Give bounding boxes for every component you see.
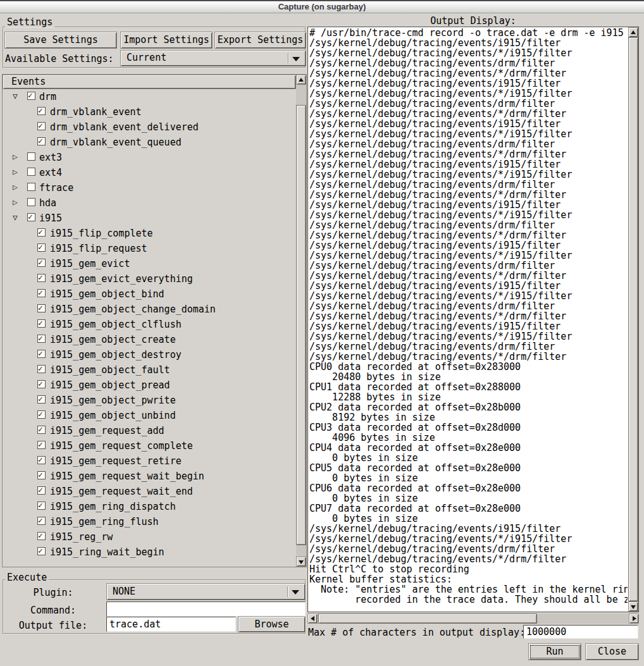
tree-item-label[interactable]: ext3 bbox=[39, 152, 62, 163]
events-vscrollbar[interactable] bbox=[296, 75, 306, 567]
tree-row[interactable]: ✓i915_gem_request_complete bbox=[3, 438, 296, 453]
tree-row[interactable]: ✓i915_gem_object_create bbox=[3, 332, 296, 347]
checkbox-checked[interactable]: ✓ bbox=[37, 395, 46, 404]
tree-row[interactable]: ✓i915_gem_evict bbox=[3, 256, 296, 271]
events-vscrollbar-thumb[interactable] bbox=[296, 105, 306, 545]
export-settings-button[interactable]: Export Settings bbox=[214, 32, 306, 49]
checkbox-checked[interactable]: ✓ bbox=[37, 107, 46, 115]
tree-item-label[interactable]: i915_flip_complete bbox=[50, 228, 153, 239]
checkbox-checked[interactable]: ✓ bbox=[37, 532, 46, 540]
tree-item-label[interactable]: i915_reg_rw bbox=[50, 531, 113, 543]
tree-row[interactable]: ▷hda bbox=[3, 195, 296, 211]
checkbox-checked[interactable]: ✓ bbox=[37, 426, 46, 434]
tree-item-label[interactable]: i915_gem_ring_dispatch bbox=[50, 501, 176, 512]
available-settings-combo[interactable]: Current bbox=[120, 50, 306, 66]
checkbox-unchecked[interactable] bbox=[27, 183, 35, 191]
tree-item-label[interactable]: i915_gem_object_pread bbox=[50, 379, 170, 391]
output-vscrollbar[interactable] bbox=[628, 27, 638, 612]
tree-item-label[interactable]: i915_gem_evict_everything bbox=[50, 273, 193, 285]
events-column-header[interactable]: Events bbox=[3, 75, 296, 89]
tree-row[interactable]: ▷ext4 bbox=[3, 165, 296, 180]
tree-item-label[interactable]: drm_vblank_event_delivered bbox=[50, 121, 199, 133]
checkbox-checked[interactable]: ✓ bbox=[37, 289, 46, 297]
expander-closed-icon[interactable]: ▷ bbox=[13, 182, 18, 192]
output-vscrollbar-thumb[interactable] bbox=[628, 37, 638, 601]
tree-row[interactable]: ✓i915_reg_rw bbox=[3, 529, 296, 545]
tree-row[interactable]: ✓i915_gem_request_add bbox=[3, 423, 296, 438]
expander-open-icon[interactable]: ▽ bbox=[13, 91, 18, 101]
checkbox-checked[interactable]: ✓ bbox=[37, 319, 46, 328]
plugin-combo[interactable]: NONE bbox=[106, 583, 306, 600]
checkbox-checked[interactable]: ✓ bbox=[37, 502, 46, 510]
checkbox-checked[interactable]: ✓ bbox=[37, 547, 46, 555]
expander-closed-icon[interactable]: ▷ bbox=[13, 167, 18, 176]
tree-item-label[interactable]: i915_gem_request_complete bbox=[50, 440, 193, 452]
tree-row[interactable]: ✓i915_ring_wait_begin bbox=[3, 545, 296, 560]
browse-button[interactable]: Browse bbox=[238, 616, 306, 632]
tree-item-label[interactable]: i915_gem_object_unbind bbox=[50, 410, 176, 421]
expander-open-icon[interactable]: ▽ bbox=[13, 213, 18, 222]
tree-item-label[interactable]: hda bbox=[39, 197, 56, 209]
checkbox-checked[interactable]: ✓ bbox=[37, 471, 46, 479]
close-button[interactable]: Close bbox=[585, 643, 639, 660]
checkbox-checked[interactable]: ✓ bbox=[37, 244, 46, 252]
tree-item-label[interactable]: i915_gem_request_wait_end bbox=[50, 486, 193, 497]
checkbox-checked[interactable]: ✓ bbox=[37, 380, 46, 388]
tree-row[interactable]: ✓drm_vblank_event_queued bbox=[3, 135, 296, 150]
import-settings-button[interactable]: Import Settings bbox=[120, 32, 213, 49]
tree-row[interactable]: ✓drm_vblank_event bbox=[3, 104, 296, 120]
tree-row[interactable]: ✓i915_gem_request_wait_end bbox=[3, 484, 296, 499]
tree-row[interactable]: ✓i915_gem_ring_dispatch bbox=[3, 499, 296, 514]
checkbox-checked[interactable]: ✓ bbox=[37, 441, 46, 449]
output-hscrollbar-thumb[interactable] bbox=[318, 614, 537, 624]
checkbox-checked[interactable]: ✓ bbox=[37, 486, 46, 495]
tree-row[interactable]: ✓i915_flip_request bbox=[3, 241, 296, 256]
tree-row[interactable]: ▽✓drm bbox=[3, 89, 296, 104]
checkbox-checked[interactable]: ✓ bbox=[37, 365, 46, 373]
tree-row[interactable]: ✓i915_gem_object_bind bbox=[3, 287, 296, 302]
output-hscrollbar[interactable] bbox=[307, 614, 639, 624]
checkbox-checked[interactable]: ✓ bbox=[37, 274, 46, 282]
checkbox-checked[interactable]: ✓ bbox=[27, 213, 35, 221]
tree-row[interactable]: ✓i915_gem_request_wait_begin bbox=[3, 469, 296, 484]
tree-row[interactable]: ✓i915_gem_object_pwrite bbox=[3, 393, 296, 408]
expander-closed-icon[interactable]: ▷ bbox=[13, 152, 18, 161]
checkbox-checked[interactable]: ✓ bbox=[27, 92, 35, 100]
output-file-input[interactable] bbox=[106, 617, 236, 632]
tree-item-label[interactable]: drm_vblank_event_queued bbox=[50, 137, 182, 148]
save-settings-button[interactable]: Save Settings bbox=[4, 32, 117, 49]
tree-item-label[interactable]: i915_gem_request_retire bbox=[50, 455, 182, 467]
tree-row[interactable]: ✓i915_gem_object_destroy bbox=[3, 347, 296, 362]
tree-item-label[interactable]: i915_gem_object_clflush bbox=[50, 319, 182, 330]
checkbox-checked[interactable]: ✓ bbox=[37, 335, 46, 343]
scroll-left-button[interactable] bbox=[307, 614, 318, 624]
tree-item-label[interactable]: i915_gem_object_pwrite bbox=[50, 395, 176, 406]
tree-item-label[interactable]: i915_gem_object_create bbox=[50, 334, 176, 345]
tree-row[interactable]: ▽✓i915 bbox=[3, 211, 296, 226]
tree-row[interactable]: ✓i915_flip_complete bbox=[3, 226, 296, 241]
checkbox-unchecked[interactable] bbox=[27, 168, 35, 176]
scroll-right-button[interactable] bbox=[629, 614, 639, 624]
tree-row[interactable]: ✓i915_gem_request_retire bbox=[3, 453, 296, 469]
checkbox-unchecked[interactable] bbox=[27, 198, 35, 206]
tree-item-label[interactable]: i915_gem_object_change_domain bbox=[50, 304, 216, 315]
tree-item-label[interactable]: i915_gem_object_destroy bbox=[50, 349, 182, 361]
checkbox-checked[interactable]: ✓ bbox=[37, 122, 46, 130]
scroll-down-button[interactable] bbox=[628, 601, 638, 612]
tree-item-label[interactable]: ftrace bbox=[39, 182, 73, 194]
run-button[interactable]: Run bbox=[528, 643, 581, 660]
checkbox-checked[interactable]: ✓ bbox=[37, 517, 46, 525]
tree-item-label[interactable]: i915_flip_request bbox=[50, 243, 147, 254]
checkbox-checked[interactable]: ✓ bbox=[37, 456, 46, 464]
checkbox-unchecked[interactable] bbox=[27, 152, 35, 161]
max-chars-input[interactable] bbox=[523, 625, 638, 639]
tree-item-label[interactable]: i915 bbox=[39, 213, 62, 224]
scroll-down-button[interactable] bbox=[296, 557, 306, 567]
tree-row[interactable]: ✓i915_gem_object_clflush bbox=[3, 317, 296, 332]
checkbox-checked[interactable]: ✓ bbox=[37, 137, 46, 145]
tree-item-label[interactable]: i915_gem_ring_flush bbox=[50, 516, 159, 527]
output-display-area[interactable]: # /usr/bin/trace-cmd record -o trace.dat… bbox=[307, 27, 639, 612]
tree-item-label[interactable]: i915_gem_object_bind bbox=[50, 288, 164, 300]
tree-row[interactable]: ▷ext3 bbox=[3, 150, 296, 165]
tree-item-label[interactable]: drm bbox=[39, 91, 56, 102]
